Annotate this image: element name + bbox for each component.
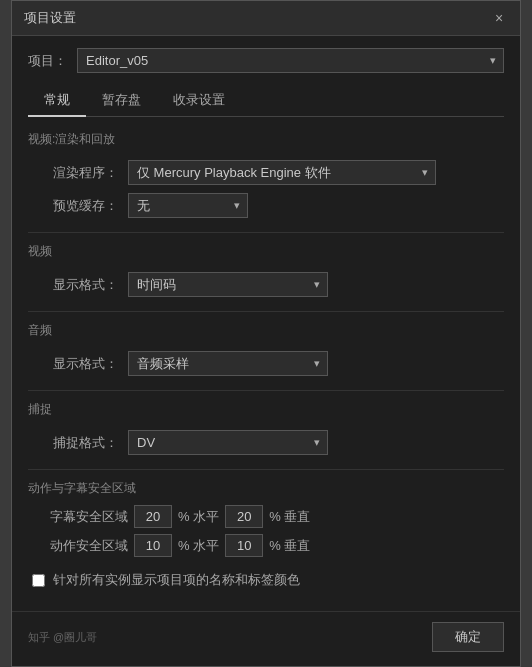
video-display-select[interactable]: 时间码 英尺+帧数 帧	[128, 272, 328, 297]
preview-cache-label: 预览缓存：	[48, 197, 118, 215]
divider-2	[28, 311, 504, 312]
divider-4	[28, 469, 504, 470]
close-button[interactable]: ×	[490, 9, 508, 27]
action-safety-row: 动作安全区域 % 水平 % 垂直	[28, 534, 504, 557]
subtitle-h-unit: % 水平	[178, 508, 219, 526]
subtitle-safety-label: 字幕安全区域	[48, 508, 128, 526]
safety-section: 动作与字幕安全区域 字幕安全区域 % 水平 % 垂直 动作安全区域 % 水平 %…	[28, 480, 504, 557]
video-render-section: 视频:渲染和回放 渲染程序： 仅 Mercury Playback Engine…	[28, 131, 504, 218]
renderer-select-wrapper: 仅 Mercury Playback Engine 软件 Mercury Pla…	[128, 160, 436, 185]
show-color-checkbox[interactable]	[32, 574, 45, 587]
audio-display-label: 显示格式：	[48, 355, 118, 373]
watermark: 知乎 @圈儿哥	[28, 630, 97, 645]
action-h-input[interactable]	[134, 534, 172, 557]
preview-cache-row: 预览缓存： 无 自动 手动	[28, 193, 504, 218]
confirm-button[interactable]: 确定	[432, 622, 504, 652]
dialog-content: 项目： Editor_v05 常规 暂存盘 收录设置 视频:渲染和回放 渲染程序…	[12, 36, 520, 611]
safety-title: 动作与字幕安全区域	[28, 480, 504, 497]
subtitle-safety-row: 字幕安全区域 % 水平 % 垂直	[28, 505, 504, 528]
video-display-row: 显示格式： 时间码 英尺+帧数 帧	[28, 272, 504, 297]
capture-format-select-wrapper: DV HDV 无压缩	[128, 430, 328, 455]
tab-ingest[interactable]: 收录设置	[157, 85, 241, 117]
checkbox-row: 针对所有实例显示项目项的名称和标签颜色	[28, 571, 504, 589]
project-settings-dialog: 项目设置 × 项目： Editor_v05 常规 暂存盘 收录设置 视频:渲染和…	[11, 0, 521, 667]
action-v-input[interactable]	[225, 534, 263, 557]
video-render-title: 视频:渲染和回放	[28, 131, 504, 152]
audio-section: 音频 显示格式： 音频采样 毫秒	[28, 322, 504, 376]
preview-cache-select[interactable]: 无 自动 手动	[128, 193, 248, 218]
preview-cache-select-wrapper: 无 自动 手动	[128, 193, 248, 218]
capture-format-select[interactable]: DV HDV 无压缩	[128, 430, 328, 455]
action-safety-label: 动作安全区域	[48, 537, 128, 555]
subtitle-v-unit: % 垂直	[269, 508, 310, 526]
subtitle-v-input[interactable]	[225, 505, 263, 528]
video-display-select-wrapper: 时间码 英尺+帧数 帧	[128, 272, 328, 297]
audio-display-select-wrapper: 音频采样 毫秒	[128, 351, 328, 376]
capture-format-label: 捕捉格式：	[48, 434, 118, 452]
project-select-wrapper: Editor_v05	[77, 48, 504, 73]
capture-format-row: 捕捉格式： DV HDV 无压缩	[28, 430, 504, 455]
renderer-select[interactable]: 仅 Mercury Playback Engine 软件 Mercury Pla…	[128, 160, 436, 185]
video-section: 视频 显示格式： 时间码 英尺+帧数 帧	[28, 243, 504, 297]
audio-title: 音频	[28, 322, 504, 343]
capture-title: 捕捉	[28, 401, 504, 422]
divider-3	[28, 390, 504, 391]
dialog-title: 项目设置	[24, 9, 76, 27]
divider-1	[28, 232, 504, 233]
tab-general[interactable]: 常规	[28, 85, 86, 117]
checkbox-label: 针对所有实例显示项目项的名称和标签颜色	[53, 571, 300, 589]
video-title: 视频	[28, 243, 504, 264]
video-display-label: 显示格式：	[48, 276, 118, 294]
capture-section: 捕捉 捕捉格式： DV HDV 无压缩	[28, 401, 504, 455]
audio-display-row: 显示格式： 音频采样 毫秒	[28, 351, 504, 376]
action-v-unit: % 垂直	[269, 537, 310, 555]
action-h-unit: % 水平	[178, 537, 219, 555]
project-label: 项目：	[28, 52, 67, 70]
project-select[interactable]: Editor_v05	[77, 48, 504, 73]
renderer-label: 渲染程序：	[48, 164, 118, 182]
tab-scratch[interactable]: 暂存盘	[86, 85, 157, 117]
dialog-footer: 知乎 @圈儿哥 确定	[12, 611, 520, 666]
tabs-bar: 常规 暂存盘 收录设置	[28, 85, 504, 117]
project-row: 项目： Editor_v05	[28, 48, 504, 73]
subtitle-h-input[interactable]	[134, 505, 172, 528]
audio-display-select[interactable]: 音频采样 毫秒	[128, 351, 328, 376]
title-bar: 项目设置 ×	[12, 1, 520, 36]
renderer-row: 渲染程序： 仅 Mercury Playback Engine 软件 Mercu…	[28, 160, 504, 185]
